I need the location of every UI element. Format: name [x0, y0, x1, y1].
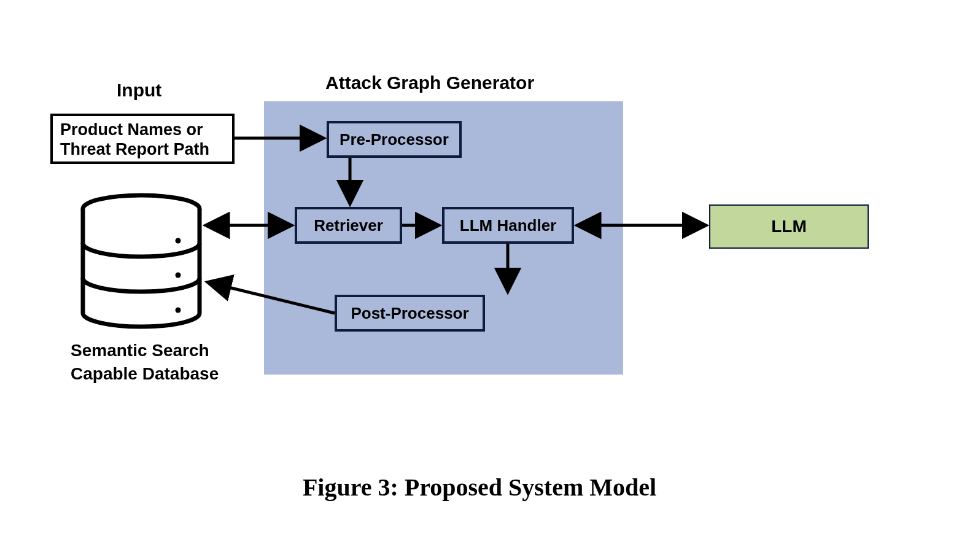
- diagram-canvas: Input Attack Graph Generator Product Nam…: [0, 0, 959, 560]
- svg-line-9: [209, 282, 335, 313]
- figure-caption: Figure 3: Proposed System Model: [0, 473, 959, 502]
